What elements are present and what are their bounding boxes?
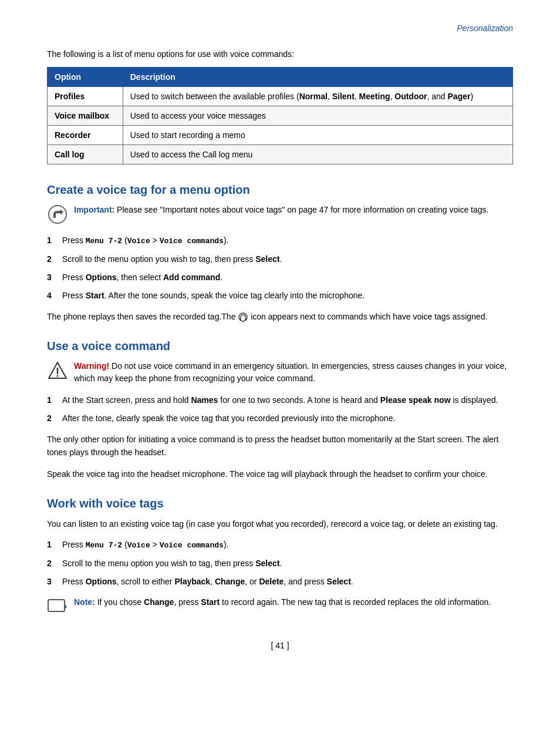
list-item: 3 Press Options, scroll to either Playba…: [47, 576, 513, 588]
important-label: Important:: [74, 205, 114, 214]
table-cell-option: Profiles: [48, 87, 123, 106]
section2-callout-text: Warning! Do not use voice command in an …: [74, 360, 513, 385]
warning-label: Warning!: [74, 361, 109, 371]
table-header-description: Description: [123, 68, 512, 87]
section1-footer: The phone replays then saves the recorde…: [47, 310, 513, 323]
svg-point-0: [49, 206, 66, 223]
section-use-voice-command: Use a voice command Warning! Do not use …: [47, 339, 513, 480]
section3-intro: You can listen to an existing voice tag …: [47, 517, 513, 530]
table-row: Call logUsed to access the Call log menu: [48, 145, 513, 164]
section1-heading: Create a voice tag for a menu option: [47, 183, 513, 197]
section3-callout: Note: If you chose Change, press Start t…: [47, 596, 513, 617]
table-cell-description: Used to access your voice messages: [123, 106, 512, 126]
section3-heading: Work with voice tags: [47, 497, 513, 510]
section-create-voice-tag: Create a voice tag for a menu option Imp…: [47, 183, 513, 323]
note-svg-icon: [48, 599, 68, 614]
section2-para2: Speak the voice tag into the headset mic…: [47, 468, 513, 480]
important-icon: [47, 204, 68, 225]
section2-heading: Use a voice command: [47, 339, 513, 353]
section1-callout: Important: Please see "Important notes a…: [47, 204, 513, 225]
list-item: 1 Press Menu 7-2 (Voice > Voice commands…: [47, 234, 513, 247]
page-number: [ 41 ]: [47, 641, 513, 650]
list-item: 4 Press Start. After the tone sounds, sp…: [47, 290, 513, 302]
svg-rect-2: [240, 318, 241, 320]
svg-point-1: [239, 313, 247, 321]
headset-inline-icon: [238, 312, 248, 322]
note-label: Note:: [74, 597, 95, 607]
table-row: ProfilesUsed to switch between the avail…: [48, 87, 513, 106]
list-item: 2 After the tone, clearly speak the voic…: [47, 412, 513, 425]
section2-para1: The only other option for initiating a v…: [47, 433, 513, 459]
header-title: Personalization: [457, 23, 513, 33]
table-cell-option: Recorder: [48, 126, 123, 145]
important-svg-icon: [48, 204, 68, 224]
page-header: Personalization: [47, 23, 513, 33]
table-row: RecorderUsed to start recording a memo: [48, 126, 513, 145]
list-item: 2 Scroll to the menu option you wish to …: [47, 253, 513, 265]
table-row: Voice mailboxUsed to access your voice m…: [48, 106, 513, 126]
section2-steps: 1 At the Start screen, press and hold Na…: [47, 394, 513, 425]
section1-callout-text: Important: Please see "Important notes a…: [74, 204, 488, 216]
svg-rect-7: [48, 600, 65, 611]
warning-svg-icon: [48, 361, 68, 381]
section1-steps: 1 Press Menu 7-2 (Voice > Voice commands…: [47, 234, 513, 302]
list-item: 2 Scroll to the menu option you wish to …: [47, 557, 513, 570]
table-cell-description: Used to start recording a memo: [123, 126, 512, 145]
section2-callout: Warning! Do not use voice command in an …: [47, 360, 513, 385]
section3-callout-text: Note: If you chose Change, press Start t…: [74, 596, 491, 608]
svg-rect-3: [245, 318, 246, 320]
table-cell-description: Used to switch between the available pro…: [123, 87, 512, 106]
list-item: 1 At the Start screen, press and hold Na…: [47, 394, 513, 406]
svg-point-6: [57, 375, 59, 376]
svg-marker-8: [65, 604, 67, 610]
warning-icon: [47, 360, 68, 381]
table-cell-option: Call log: [48, 145, 123, 164]
table-cell-option: Voice mailbox: [48, 106, 123, 126]
section3-steps: 1 Press Menu 7-2 (Voice > Voice commands…: [47, 539, 513, 588]
options-table: Option Description ProfilesUsed to switc…: [47, 67, 513, 164]
list-item: 3 Press Options, then select Add command…: [47, 271, 513, 284]
table-cell-description: Used to access the Call log menu: [123, 145, 512, 164]
section-work-with-voice-tags: Work with voice tags You can listen to a…: [47, 497, 513, 617]
table-header-option: Option: [48, 68, 123, 87]
list-item: 1 Press Menu 7-2 (Voice > Voice commands…: [47, 539, 513, 552]
intro-text: The following is a list of menu options …: [47, 49, 513, 59]
note-icon: [47, 596, 68, 617]
